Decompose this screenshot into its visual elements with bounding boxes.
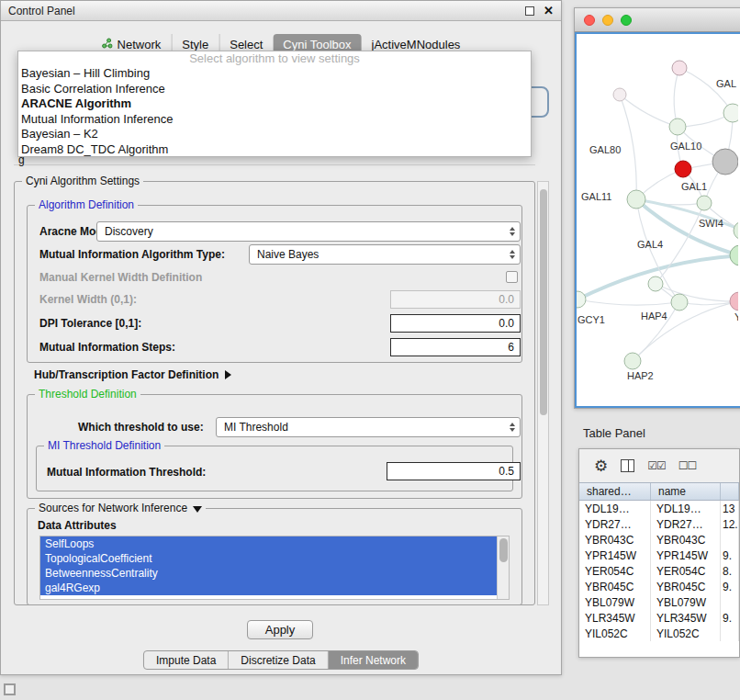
attribute-item[interactable]: TopologicalCoefficient xyxy=(40,551,509,566)
network-edge xyxy=(679,68,733,113)
zoom-button[interactable] xyxy=(621,15,632,26)
list-scrollbar[interactable] xyxy=(497,536,509,599)
table-row[interactable]: YBR043C YBR043C xyxy=(579,532,739,548)
network-node-label: GCY1 xyxy=(577,314,605,325)
column-header-shared[interactable]: shared… xyxy=(579,483,651,500)
sources-group-toggle[interactable]: Sources for Network Inference xyxy=(35,502,206,514)
mi-steps-field[interactable]: 6 xyxy=(390,338,521,356)
attribute-item[interactable]: BetweennessCentrality xyxy=(40,566,509,581)
window-title: Control Panel xyxy=(8,5,75,17)
network-node-label: GAL xyxy=(716,78,736,89)
network-node[interactable] xyxy=(734,221,738,240)
network-edge xyxy=(656,284,738,301)
algorithm-option[interactable]: Dream8 DC_TDC Algorithm xyxy=(18,142,531,158)
network-node[interactable] xyxy=(730,245,738,265)
minimize-button[interactable] xyxy=(602,15,613,26)
list-scrollbar-thumb[interactable] xyxy=(499,538,508,562)
network-node-label: HAP4 xyxy=(641,310,667,322)
network-window-titlebar[interactable] xyxy=(575,8,740,32)
algorithm-option[interactable]: Bayesian – Hill Climbing xyxy=(18,66,531,82)
dpi-tolerance-field[interactable]: 0.0 xyxy=(390,314,521,333)
algorithm-option[interactable]: Bayesian – K2 xyxy=(18,127,531,142)
which-threshold-label: Which threshold to use: xyxy=(78,421,204,434)
column-header-name[interactable]: name xyxy=(651,483,721,500)
network-edge xyxy=(577,299,679,305)
algorithm-options-list: Bayesian – Hill Climbing Basic Correlati… xyxy=(18,66,531,157)
bottom-tabs: Impute Data Discretize Data Infer Networ… xyxy=(143,650,419,670)
manual-kernel-label: Manual Kernel Width Definition xyxy=(39,271,202,284)
aracne-mode-combo[interactable]: Discovery xyxy=(96,221,521,242)
divider xyxy=(14,164,535,165)
select-all-icon[interactable]: ☑☑ xyxy=(647,459,666,472)
column-header-extra[interactable] xyxy=(721,483,739,500)
network-node[interactable] xyxy=(577,291,586,308)
network-node[interactable] xyxy=(648,277,663,291)
close-button[interactable] xyxy=(584,15,595,26)
table-row[interactable]: YDL19… YDL19… 13 xyxy=(579,501,739,516)
network-node-label: GAL80 xyxy=(589,144,621,155)
table-row[interactable]: YER054C YER054C 8. xyxy=(579,563,739,579)
network-edge xyxy=(620,95,636,199)
data-attributes-list[interactable]: SelfLoops TopologicalCoefficient Between… xyxy=(39,536,510,600)
close-icon[interactable]: ✕ xyxy=(544,6,554,16)
network-node[interactable] xyxy=(624,353,641,369)
manual-kernel-checkbox[interactable] xyxy=(506,271,518,283)
hub-section-toggle[interactable]: Hub/Transcription Factor Definition xyxy=(34,368,231,381)
algorithm-option[interactable]: Mutual Information Inference xyxy=(18,112,531,128)
table-panel-window: ⚙ ☑☑ ☐☐ shared… name YDL19… YDL19… 13 YD… xyxy=(578,448,740,658)
hidden-panel-icon[interactable] xyxy=(4,683,16,695)
settings-scrollbar-thumb[interactable] xyxy=(540,189,547,415)
network-icon xyxy=(102,38,113,51)
network-node[interactable] xyxy=(712,149,738,175)
cyni-settings-group-label: Cyni Algorithm Settings xyxy=(22,175,143,187)
algorithm-placeholder-option[interactable]: Select algorithm to view settings xyxy=(18,51,531,66)
algorithm-option[interactable]: ARACNE Algorithm xyxy=(18,96,531,112)
table-row[interactable]: YBR045C YBR045C 9. xyxy=(579,579,739,594)
network-node-label: GAL11 xyxy=(581,191,611,202)
tab-infer-network[interactable]: Infer Network xyxy=(328,651,418,669)
network-node[interactable] xyxy=(723,104,738,122)
network-node[interactable] xyxy=(672,61,687,75)
combo-arrows-icon xyxy=(510,227,515,236)
table-body: YDL19… YDL19… 13 YDR27… YDR27… 12. YBR04… xyxy=(579,501,739,657)
table-row[interactable]: YDR27… YDR27… 12. xyxy=(579,516,739,532)
mi-steps-label: Mutual Information Steps: xyxy=(39,341,175,354)
gear-icon[interactable]: ⚙ xyxy=(594,458,608,474)
expand-right-icon xyxy=(225,370,231,379)
tab-discretize-data[interactable]: Discretize Data xyxy=(228,651,327,669)
algorithm-option[interactable]: Basic Correlation Inference xyxy=(18,82,531,97)
algorithm-definition-label: Algorithm Definition xyxy=(35,198,138,211)
table-toolbar: ⚙ ☑☑ ☐☐ xyxy=(579,449,739,482)
settings-scrollbar[interactable] xyxy=(537,181,549,605)
mi-type-combo[interactable]: Naive Bayes xyxy=(249,244,521,265)
network-node[interactable] xyxy=(627,190,645,209)
network-node[interactable] xyxy=(671,294,688,310)
algorithm-dropdown-popup: Select algorithm to view settings Bayesi… xyxy=(17,51,532,157)
kernel-width-label: Kernel Width (0,1): xyxy=(39,293,137,306)
network-node[interactable] xyxy=(697,196,712,210)
network-node[interactable] xyxy=(675,161,691,177)
mi-threshold-field[interactable]: 0.5 xyxy=(387,462,521,480)
network-view-window: GALGAL80GAL10GAL11GAL1SWI4GAL4GCY1HAP4HA… xyxy=(574,7,740,409)
table-row[interactable]: YBL079W YBL079W xyxy=(579,594,739,610)
network-node-label: Y xyxy=(734,311,738,322)
network-node[interactable] xyxy=(730,292,738,310)
control-panel-titlebar[interactable]: Control Panel ✕ xyxy=(1,1,561,21)
attribute-item[interactable]: SelfLoops xyxy=(40,536,509,551)
which-threshold-combo[interactable]: MI Threshold xyxy=(216,417,521,437)
network-canvas[interactable]: GALGAL80GAL10GAL11GAL1SWI4GAL4GCY1HAP4HA… xyxy=(575,32,740,408)
deselect-all-icon[interactable]: ☐☐ xyxy=(678,459,697,472)
apply-button[interactable]: Apply xyxy=(247,620,313,639)
mi-type-label: Mutual Information Algorithm Type: xyxy=(39,248,225,261)
table-row[interactable]: YLR345W YLR345W 9. xyxy=(579,610,739,626)
float-window-icon[interactable] xyxy=(525,6,534,16)
columns-icon[interactable] xyxy=(621,459,634,472)
network-node[interactable] xyxy=(669,119,686,135)
network-node-label: GAL1 xyxy=(681,181,707,192)
attribute-item[interactable]: gal4RGexp xyxy=(40,581,509,595)
network-node[interactable] xyxy=(613,88,626,101)
tab-impute-data[interactable]: Impute Data xyxy=(144,651,228,669)
table-row[interactable]: YPR145W YPR145W 9. xyxy=(579,548,739,563)
threshold-definition-label: Threshold Definition xyxy=(35,388,140,401)
table-row[interactable]: YIL052C YIL052C xyxy=(579,626,739,641)
